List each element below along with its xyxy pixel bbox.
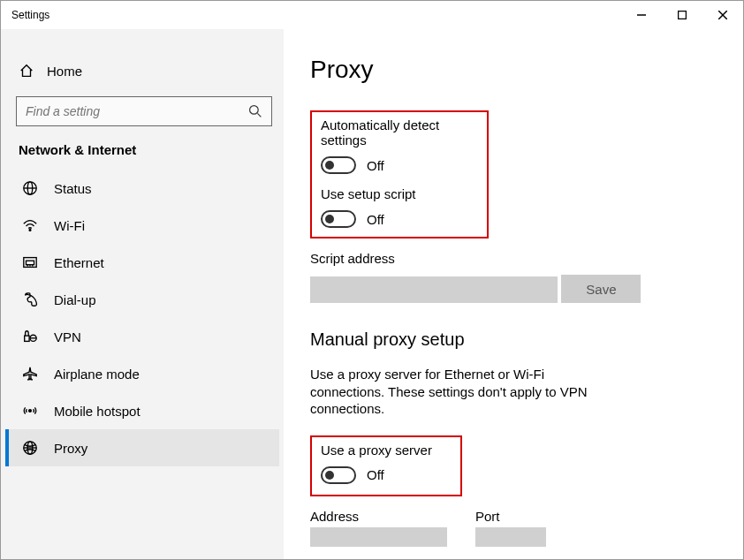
setup-script-state: Off <box>367 212 384 227</box>
wifi-icon <box>22 217 38 233</box>
setup-script-toggle[interactable] <box>321 210 356 228</box>
sidebar-item-label: Ethernet <box>54 255 104 270</box>
sidebar-item-label: Mobile hotspot <box>54 404 140 419</box>
maximize-icon <box>678 11 687 19</box>
sidebar-item-label: Status <box>54 181 92 196</box>
svg-rect-1 <box>679 11 687 19</box>
sidebar-item-airplane[interactable]: Airplane mode <box>5 355 279 392</box>
svg-line-5 <box>257 113 261 117</box>
sidebar-item-vpn[interactable]: VPN <box>5 318 279 355</box>
sidebar-item-hotspot[interactable]: Mobile hotspot <box>5 392 279 429</box>
hotspot-icon <box>22 403 38 419</box>
sidebar-item-dialup[interactable]: Dial-up <box>5 281 279 318</box>
use-proxy-state: Off <box>367 467 384 482</box>
sidebar-item-status[interactable]: Status <box>5 170 279 207</box>
sidebar-item-label: Airplane mode <box>54 367 140 382</box>
airplane-icon <box>22 366 38 382</box>
auto-detect-toggle[interactable] <box>321 156 356 174</box>
section-header: Network & Internet <box>5 142 279 170</box>
close-icon <box>718 11 727 19</box>
search-icon <box>248 104 262 118</box>
window-controls <box>621 1 743 29</box>
home-label: Home <box>47 64 82 79</box>
highlight-auto-setup: Automatically detect settings Off Use se… <box>310 110 489 238</box>
close-button[interactable] <box>702 1 743 29</box>
minimize-icon <box>637 11 646 19</box>
search-box[interactable] <box>16 96 272 126</box>
status-icon <box>22 180 38 196</box>
svg-rect-11 <box>27 261 34 265</box>
auto-detect-state: Off <box>367 158 384 173</box>
svg-point-4 <box>250 106 259 115</box>
highlight-manual-proxy: Use a proxy server Off <box>310 435 462 496</box>
toggle-knob <box>325 161 334 170</box>
use-proxy-label: Use a proxy server <box>321 443 452 458</box>
sidebar-item-label: VPN <box>54 329 81 344</box>
minimize-button[interactable] <box>621 1 662 29</box>
toggle-knob <box>325 471 334 480</box>
sidebar-item-label: Dial-up <box>54 292 96 307</box>
dialup-icon <box>22 291 38 307</box>
sidebar-item-label: Wi-Fi <box>54 218 85 233</box>
manual-section-title: Manual proxy setup <box>310 329 717 350</box>
address-label: Address <box>310 509 447 524</box>
maximize-button[interactable] <box>662 1 702 29</box>
script-address-input[interactable] <box>310 276 558 303</box>
script-address-label: Script address <box>310 251 717 266</box>
vpn-icon <box>22 329 38 344</box>
window-title: Settings <box>11 9 49 21</box>
home-icon <box>19 63 34 79</box>
ethernet-icon <box>22 254 38 270</box>
use-proxy-toggle[interactable] <box>321 466 356 484</box>
address-input[interactable] <box>310 527 447 547</box>
toggle-knob <box>325 215 334 223</box>
page-title: Proxy <box>310 56 717 84</box>
manual-description: Use a proxy server for Ethernet or Wi-Fi… <box>310 366 611 418</box>
search-input[interactable] <box>26 104 248 118</box>
port-label: Port <box>475 509 546 524</box>
svg-point-18 <box>29 410 32 412</box>
sidebar-item-label: Proxy <box>54 441 87 456</box>
proxy-icon <box>22 440 38 456</box>
port-input[interactable] <box>475 527 546 547</box>
sidebar-item-wifi[interactable]: Wi-Fi <box>5 207 279 244</box>
svg-rect-15 <box>25 336 29 341</box>
auto-detect-label: Automatically detect settings <box>321 117 478 148</box>
home-nav[interactable]: Home <box>5 54 279 87</box>
setup-script-label: Use setup script <box>321 186 478 201</box>
svg-point-9 <box>29 230 31 231</box>
sidebar-item-ethernet[interactable]: Ethernet <box>5 244 279 281</box>
save-button[interactable]: Save <box>561 275 641 303</box>
sidebar-item-proxy[interactable]: Proxy <box>5 429 279 466</box>
